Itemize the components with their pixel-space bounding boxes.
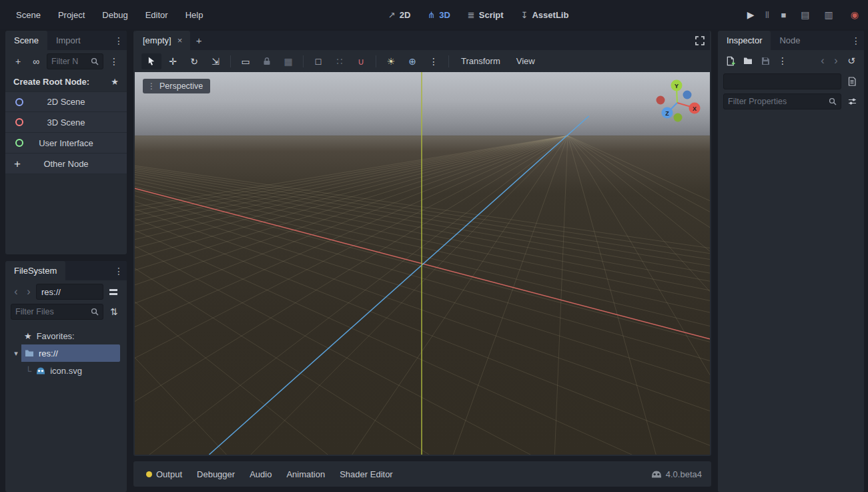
tab-import[interactable]: Import [47,31,89,50]
tree-item-res-root[interactable]: ▾ res:// [5,344,120,362]
collapse-arrow-icon[interactable]: ▾ [12,349,20,358]
perspective-menu-button[interactable]: ⋮ Perspective [143,79,210,93]
output-button[interactable]: Output [139,469,189,479]
run-current-scene-button[interactable]: ▤ [801,10,809,19]
expand-viewport-button[interactable] [690,31,710,50]
plus-icon: + [14,158,21,170]
play-button[interactable]: ▶ [747,10,755,19]
tab-spacer [65,261,111,280]
audio-label: Audio [250,469,272,479]
workspace-2d-button[interactable]: ↗ 2D [384,7,415,23]
axis-neg-x-ball[interactable] [657,96,665,105]
lock-node-button[interactable] [257,53,277,69]
create-other-node-button[interactable]: + Other Node [5,154,127,174]
property-tools-button[interactable] [845,95,859,108]
pause-button[interactable]: Ⅱ [765,10,771,19]
skeleton-options-button[interactable]: ∷ [330,53,350,69]
inspector-filter-field [723,93,841,109]
scene-dock-tabs: Scene Import ⋮ [5,31,127,50]
tool-scale-button[interactable]: ⇲ [205,53,226,69]
star-icon: ★ [24,331,32,341]
view-menu-button[interactable]: View [509,56,542,66]
history-button[interactable]: ↺ [844,53,859,68]
filesystem-menu-button[interactable]: ⋮ [111,261,127,280]
instantiate-scene-button[interactable]: ∞ [29,54,43,69]
menu-editor[interactable]: Editor [139,7,175,23]
load-resource-button[interactable] [741,53,755,68]
tree-item-icon-svg[interactable]: └ icon.svg [5,362,127,379]
animation-button[interactable]: Animation [279,469,332,479]
group-node-button[interactable]: ▦ [278,53,298,69]
tree-item-label: res:// [39,348,58,358]
cube-tool-button[interactable]: □ [308,53,328,69]
create-user-interface-button[interactable]: User Interface [5,133,127,154]
version-info[interactable]: 4.0.beta4 [651,469,706,479]
editor-body: Scene Import ⋮ + ∞ [0,29,868,492]
scene-tab-label: [empty] [143,35,171,45]
menu-debug[interactable]: Debug [95,7,134,23]
create-2d-scene-button[interactable]: 2D Scene [5,91,127,112]
preview-sunlight-button[interactable]: ☀ [381,53,401,69]
tab-scene[interactable]: Scene [5,31,47,50]
inspector-search-input[interactable] [728,77,837,86]
inspector-properties-area [718,111,864,492]
history-forward-button[interactable]: › [831,55,841,67]
tool-box-select-button[interactable]: ▭ [236,53,256,69]
fs-display-mode-button[interactable] [105,284,121,300]
snap-toggle-button[interactable]: ∪ [351,53,371,69]
new-resource-button[interactable] [723,53,738,68]
menu-scene[interactable]: Scene [9,7,47,23]
inspector-filter-input[interactable] [728,97,826,106]
output-label: Output [156,469,182,479]
workspace-3d-button[interactable]: ⋔ 3D [424,7,454,23]
scene-dock-menu-button[interactable]: ⋮ [111,31,127,50]
fs-filter-input[interactable] [15,307,88,316]
workspace-assetlib-button[interactable]: ↧ AssetLib [517,7,573,23]
scene-tab-empty[interactable]: [empty] × [135,31,190,50]
axis-neg-z-ball[interactable] [683,91,692,99]
tool-move-button[interactable]: ✛ [163,53,183,69]
environment-options-button[interactable]: ⋮ [424,53,444,69]
debugger-button[interactable]: Debugger [189,469,242,479]
tab-inspector[interactable]: Inspector [718,31,771,50]
axis-neg-y-ball[interactable] [674,113,683,122]
scene-filter-input[interactable] [51,57,88,66]
fs-forward-button[interactable]: › [23,284,34,299]
inspector-filter-row [718,91,864,111]
menu-project[interactable]: Project [51,7,91,23]
scene-dock-toolbar: + ∞ ⋮ [5,50,127,73]
preview-environment-button[interactable]: ⊕ [402,53,422,69]
scene-tree-menu-button[interactable]: ⋮ [107,54,121,69]
close-tab-icon[interactable]: × [177,35,183,45]
stop-button[interactable]: ■ [781,11,786,19]
tab-filesystem[interactable]: FileSystem [5,261,65,280]
resource-menu-button[interactable]: ⋮ [775,53,790,68]
inspector-dock-menu-button[interactable]: ⋮ [848,31,864,50]
transform-menu-button[interactable]: Transform [454,56,508,66]
favorites-header[interactable]: ★ Favorites: [5,327,127,344]
inspector-tabs: Inspector Node ⋮ [718,31,864,50]
history-back-button[interactable]: ‹ [817,55,828,67]
new-scene-tab-button[interactable]: + [190,31,207,50]
audio-button[interactable]: Audio [242,469,279,479]
tool-rotate-button[interactable]: ↻ [184,53,204,69]
movie-maker-button[interactable]: ▥ [825,10,833,19]
open-docs-button[interactable] [845,75,859,88]
fs-back-button[interactable]: ‹ [11,284,21,299]
menu-help[interactable]: Help [179,7,210,23]
update-spinner-icon[interactable]: ◉ [851,10,859,19]
shader-editor-button[interactable]: Shader Editor [332,469,400,479]
control-node-icon [15,139,23,147]
tab-node[interactable]: Node [771,31,809,50]
create-3d-scene-button[interactable]: 3D Scene [5,112,127,133]
workspace-script-button[interactable]: ≣ Script [464,7,508,23]
favorite-star-icon[interactable]: ★ [111,77,119,87]
add-node-button[interactable]: + [11,54,25,69]
view-axis-gizmo[interactable]: Y X Z [650,76,704,130]
3d-viewport[interactable]: ⋮ Perspective Y X [135,72,710,455]
save-resource-button[interactable] [758,53,773,68]
fs-sort-button[interactable]: ⇅ [107,304,121,319]
option-label: User Interface [39,138,93,148]
tool-select-button[interactable] [141,53,161,69]
dots-icon: ⋮ [147,81,155,91]
